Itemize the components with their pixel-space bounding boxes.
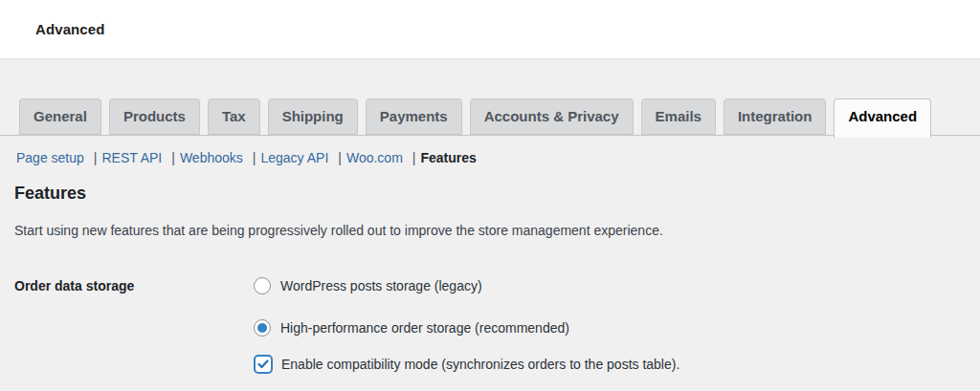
subnav-separator: | — [171, 150, 175, 165]
option-label: WordPress posts storage (legacy) — [280, 278, 482, 293]
option-label: Enable compatibility mode (synchronizes … — [281, 357, 679, 372]
tab-emails[interactable]: Emails — [641, 98, 716, 135]
page-title: Advanced — [35, 21, 105, 37]
settings-tab-bar: General Products Tax Shipping Payments A… — [0, 98, 980, 139]
tab-advanced[interactable]: Advanced — [834, 98, 931, 138]
subnav-separator: | — [253, 150, 256, 165]
subnav-separator: | — [94, 150, 98, 165]
option-wordpress-posts-storage[interactable]: WordPress posts storage (legacy) — [254, 274, 980, 297]
checkbox-checked-icon[interactable] — [254, 355, 273, 374]
option-compatibility-mode[interactable]: Enable compatibility mode (synchronizes … — [254, 353, 980, 376]
subnav-separator: | — [412, 150, 416, 165]
subnav-webhooks[interactable]: Webhooks — [180, 150, 243, 165]
tab-payments[interactable]: Payments — [366, 98, 462, 135]
option-high-performance-storage[interactable]: High-performance order storage (recommen… — [254, 316, 980, 339]
tab-accounts-privacy[interactable]: Accounts & Privacy — [470, 98, 634, 135]
tab-products[interactable]: Products — [109, 98, 200, 135]
tab-general[interactable]: General — [19, 98, 101, 135]
tab-shipping[interactable]: Shipping — [268, 98, 358, 135]
radio-unchecked-icon[interactable] — [254, 277, 271, 294]
subnav-features-current: Features — [420, 150, 476, 165]
section-title: Features — [14, 184, 980, 204]
section-description: Start using new features that are being … — [14, 223, 980, 238]
field-options: WordPress posts storage (legacy) High-pe… — [254, 274, 980, 376]
advanced-subnav: Page setup|REST API|Webhooks|Legacy API|… — [16, 150, 980, 165]
subnav-page-setup[interactable]: Page setup — [16, 150, 84, 165]
subnav-rest-api[interactable]: REST API — [101, 150, 162, 165]
radio-checked-icon[interactable] — [254, 319, 271, 337]
woocommerce-settings-page: Advanced General Products Tax Shipping P… — [0, 0, 980, 391]
subnav-woo-com[interactable]: Woo.com — [346, 150, 403, 165]
option-label: High-performance order storage (recommen… — [280, 320, 569, 336]
admin-header: Advanced — [0, 0, 980, 59]
tab-integration[interactable]: Integration — [724, 98, 827, 135]
order-data-storage-field: Order data storage WordPress posts stora… — [14, 274, 980, 376]
field-label: Order data storage — [14, 274, 254, 293]
tab-tax[interactable]: Tax — [208, 98, 260, 135]
subnav-legacy-api[interactable]: Legacy API — [260, 150, 328, 165]
subnav-separator: | — [338, 150, 342, 165]
